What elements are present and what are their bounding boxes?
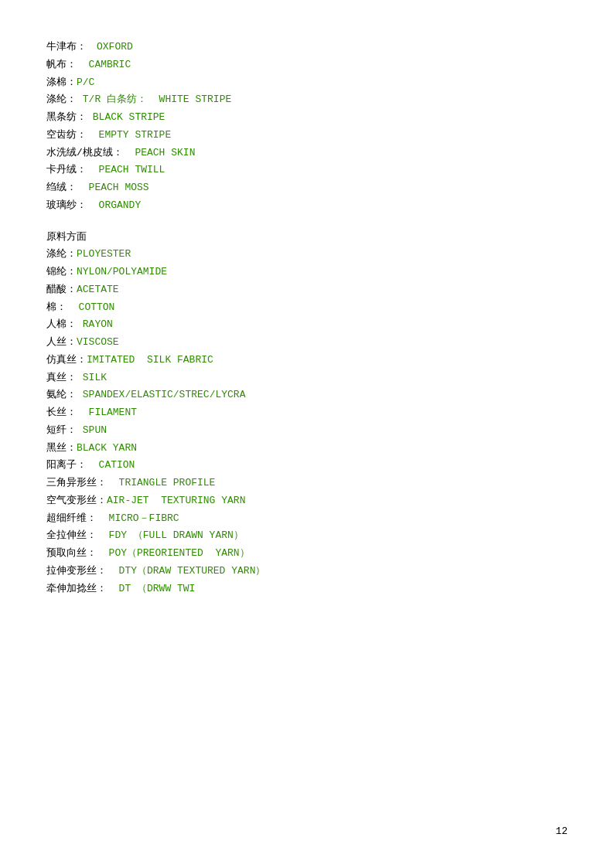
english-text: VISCOSE xyxy=(77,336,119,348)
chinese-text: 拉伸变形丝： xyxy=(46,565,107,577)
line-s2-9: 氨纶： SPANDEX/ELASTIC/STREC/LYCRA xyxy=(46,386,568,404)
chinese-text: 涤棉： xyxy=(46,77,77,88)
english-text: FDY （FULL DRAWN YARN） xyxy=(97,529,244,541)
chinese-text: 牛津布： xyxy=(46,41,87,53)
page: 牛津布： OXFORD 帆布： CAMBRIC 涤棉：P/C 涤纶： T/R 白… xyxy=(0,0,614,868)
english-text: POY（PREORIENTED YARN） xyxy=(97,547,250,559)
chinese-text: 超细纤维： xyxy=(46,512,97,524)
chinese-text: 锦纶： xyxy=(46,266,77,277)
english-text: DT （DRWW TWI xyxy=(107,583,195,594)
chinese-text: 人棉： xyxy=(46,318,77,330)
line-3: 涤棉：P/C xyxy=(46,74,568,92)
line-s2-17: 全拉伸丝： FDY （FULL DRAWN YARN） xyxy=(46,527,568,545)
chinese-text: 长丝： xyxy=(46,407,77,418)
english-text: NYLON/POLYAMIDE xyxy=(77,266,167,277)
english-text: SPUN xyxy=(77,424,107,436)
page-number: 12 xyxy=(555,825,568,837)
english-text: SPANDEX/ELASTIC/STREC/LYCRA xyxy=(77,389,245,400)
english-text-2: WHITE STRIPE xyxy=(147,94,231,105)
english-text: BLACK STRIPE xyxy=(87,111,165,123)
line-s2-8: 真丝： SILK xyxy=(46,369,568,387)
english-text: COTTON xyxy=(67,301,114,313)
english-text: MICRO－FIBRC xyxy=(97,512,179,524)
english-text: EMPTY STRIPE xyxy=(87,129,171,141)
chinese-text: 黑条纺： xyxy=(46,111,87,123)
english-text: P/C xyxy=(77,77,94,88)
line-s2-3: 醋酸：ACETATE xyxy=(46,281,568,299)
section-2-title: 原料方面 xyxy=(46,229,568,247)
english-text: PLOYESTER xyxy=(77,248,131,260)
line-s2-13: 阳离子： CATION xyxy=(46,457,568,475)
line-s2-19: 拉伸变形丝： DTY（DRAW TEXTURED YARN） xyxy=(46,563,568,580)
line-5: 黑条纺： BLACK STRIPE xyxy=(46,109,568,127)
line-s2-5: 人棉： RAYON xyxy=(46,316,568,334)
line-10: 玻璃纱： ORGANDY xyxy=(46,197,568,215)
chinese-text: 水洗绒/桃皮绒： xyxy=(46,147,123,158)
section-2: 涤纶：PLOYESTER 锦纶：NYLON/POLYAMIDE 醋酸：ACETA… xyxy=(46,246,568,597)
line-s2-18: 预取向丝： POY（PREORIENTED YARN） xyxy=(46,545,568,563)
line-9: 绉绒： PEACH MOSS xyxy=(46,179,568,197)
chinese-text: 仿真丝： xyxy=(46,354,87,366)
english-text: PEACH TWILL xyxy=(87,164,165,175)
line-s2-2: 锦纶：NYLON/POLYAMIDE xyxy=(46,264,568,281)
line-s2-11: 短纤： SPUN xyxy=(46,422,568,440)
line-6: 空齿纺： EMPTY STRIPE xyxy=(46,127,568,145)
chinese-text: 空气变形丝： xyxy=(46,495,107,506)
line-s2-7: 仿真丝：IMITATED SILK FABRIC xyxy=(46,352,568,369)
chinese-text: 醋酸： xyxy=(46,284,77,295)
line-s2-4: 棉： COTTON xyxy=(46,299,568,317)
line-1: 牛津布： OXFORD xyxy=(46,39,568,56)
english-text: ORGANDY xyxy=(87,199,141,211)
chinese-text: 预取向丝： xyxy=(46,547,97,559)
chinese-text: 棉： xyxy=(46,301,67,313)
line-4: 涤纶： T/R 白条纺： WHITE STRIPE xyxy=(46,91,568,109)
english-text: CAMBRIC xyxy=(77,59,131,70)
line-8: 卡丹绒： PEACH TWILL xyxy=(46,162,568,179)
chinese-text: 氨纶： xyxy=(46,389,77,400)
line-s2-15: 空气变形丝：AIR-JET TEXTURING YARN xyxy=(46,492,568,510)
chinese-text: 黑丝： xyxy=(46,442,77,454)
line-s2-14: 三角异形丝： TRIANGLE PROFILE xyxy=(46,475,568,492)
english-text: RAYON xyxy=(77,318,113,330)
english-text: CATION xyxy=(87,459,135,471)
chinese-text: 阳离子： xyxy=(46,459,87,471)
chinese-text: 全拉伸丝： xyxy=(46,529,97,541)
chinese-text: 涤纶： xyxy=(46,94,77,105)
line-s2-1: 涤纶：PLOYESTER xyxy=(46,246,568,264)
chinese-text: 卡丹绒： xyxy=(46,164,87,175)
english-text: SILK xyxy=(77,372,107,383)
section-1: 牛津布： OXFORD 帆布： CAMBRIC 涤棉：P/C 涤纶： T/R 白… xyxy=(46,39,568,215)
line-s2-6: 人丝：VISCOSE xyxy=(46,334,568,352)
english-text: BLACK YARN xyxy=(77,442,137,454)
chinese-text: 空齿纺： xyxy=(46,129,87,141)
section-gap xyxy=(46,218,568,229)
english-text: FILAMENT xyxy=(77,407,137,418)
chinese-text: 牵伸加捻丝： xyxy=(46,583,107,594)
line-s2-20: 牵伸加捻丝： DT （DRWW TWI xyxy=(46,580,568,598)
english-text: AIR-JET TEXTURING YARN xyxy=(107,495,245,506)
english-text: ACETATE xyxy=(77,284,119,295)
line-s2-10: 长丝： FILAMENT xyxy=(46,404,568,422)
line-7: 水洗绒/桃皮绒： PEACH SKIN xyxy=(46,145,568,162)
line-s2-16: 超细纤维： MICRO－FIBRC xyxy=(46,510,568,528)
english-text: PEACH MOSS xyxy=(77,182,149,193)
english-text: PEACH SKIN xyxy=(123,147,196,158)
english-text: OXFORD xyxy=(87,41,133,53)
chinese-text: 绉绒： xyxy=(46,182,77,193)
chinese-text: 帆布： xyxy=(46,59,77,70)
line-2: 帆布： CAMBRIC xyxy=(46,56,568,74)
chinese-text: 玻璃纱： xyxy=(46,199,87,211)
english-text: T/R 白条纺： xyxy=(77,94,147,105)
english-text: TRIANGLE PROFILE xyxy=(107,477,215,488)
chinese-text: 短纤： xyxy=(46,424,77,436)
chinese-text: 真丝： xyxy=(46,372,77,383)
english-text: IMITATED SILK FABRIC xyxy=(87,354,213,366)
chinese-text: 人丝： xyxy=(46,336,77,348)
line-s2-12: 黑丝：BLACK YARN xyxy=(46,440,568,458)
chinese-text: 三角异形丝： xyxy=(46,477,107,488)
english-text: DTY（DRAW TEXTURED YARN） xyxy=(107,565,265,577)
chinese-text: 涤纶： xyxy=(46,248,77,260)
